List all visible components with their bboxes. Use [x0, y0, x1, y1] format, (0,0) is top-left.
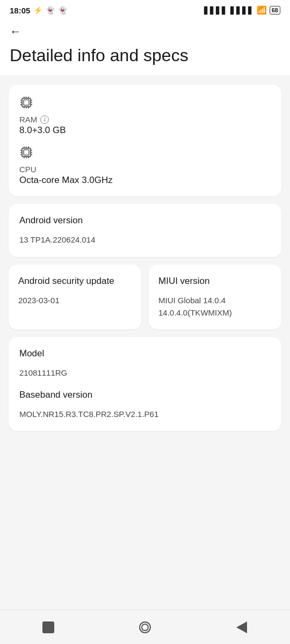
security-title: Android security update [18, 275, 132, 287]
android-version-value: 13 TP1A.220624.014 [19, 234, 271, 246]
miui-card: MIUI version MIUI Global 14.0.4 14.0.4.0… [149, 265, 281, 330]
status-indicators: ▋▋▋▋ ▋▋▋▋ 📶 68 [204, 5, 280, 15]
miui-title: MIUI version [158, 275, 272, 287]
header: ← Detailed info and specs [0, 18, 290, 75]
page-title: Detailed info and specs [10, 45, 280, 65]
status-bar: 18:05 ⚡ 👻 👻 ▋▋▋▋ ▋▋▋▋ 📶 68 [0, 0, 290, 18]
svg-rect-15 [24, 150, 29, 155]
android-version-card: Android version 13 TP1A.220624.014 [9, 204, 281, 257]
battery-indicator: 68 [270, 6, 280, 14]
notification-icon-3: 👻 [58, 6, 67, 14]
status-time: 18:05 [10, 6, 30, 15]
notification-icon-2: 👻 [46, 6, 55, 14]
miui-value: MIUI Global 14.0.4 14.0.4.0(TKWMIXM) [158, 295, 272, 319]
recents-icon [42, 621, 54, 633]
ram-label: RAM [19, 115, 37, 124]
signal-icon: ▋▋▋▋ [204, 6, 228, 14]
back-button[interactable]: ← [10, 25, 21, 39]
security-value: 2023-03-01 [18, 295, 132, 307]
model-title: Model [19, 348, 271, 360]
home-icon [139, 621, 151, 633]
chip-icon-ram [19, 96, 271, 113]
ram-section: RAM i 8.0+3.0 GB [19, 96, 271, 136]
wifi-icon: 📶 [257, 5, 267, 15]
cpu-value: Octa-core Max 3.0GHz [19, 175, 271, 186]
baseband-section: Baseband version MOLY.NR15.R3.TC8.PR2.SP… [19, 389, 271, 421]
cpu-section: CPU Octa-core Max 3.0GHz [19, 145, 271, 186]
security-miui-row: Android security update 2023-03-01 MIUI … [9, 265, 281, 330]
model-card: Model 21081111RG Baseband version MOLY.N… [9, 337, 281, 431]
bottom-nav [0, 610, 290, 644]
model-value: 21081111RG [19, 367, 271, 379]
back-nav-button[interactable] [230, 616, 253, 639]
cpu-label: CPU [19, 165, 37, 174]
hardware-card: RAM i 8.0+3.0 GB [9, 85, 281, 196]
android-version-title: Android version [19, 215, 271, 226]
ram-value: 8.0+3.0 GB [19, 125, 271, 136]
baseband-title: Baseband version [19, 389, 271, 401]
baseband-value: MOLY.NR15.R3.TC8.PR2.SP.V2.1.P61 [19, 408, 271, 421]
notification-icon-1: ⚡ [33, 6, 42, 14]
chip-icon-cpu [19, 145, 271, 163]
signal-icon-2: ▋▋▋▋ [230, 6, 254, 14]
content-area: RAM i 8.0+3.0 GB [0, 75, 290, 474]
back-icon [236, 621, 247, 633]
model-section: Model 21081111RG [19, 348, 271, 379]
ram-info-icon[interactable]: i [40, 115, 49, 124]
home-button[interactable] [133, 616, 157, 639]
security-card: Android security update 2023-03-01 [9, 265, 141, 330]
recents-button[interactable] [37, 616, 60, 639]
svg-rect-1 [24, 100, 29, 105]
